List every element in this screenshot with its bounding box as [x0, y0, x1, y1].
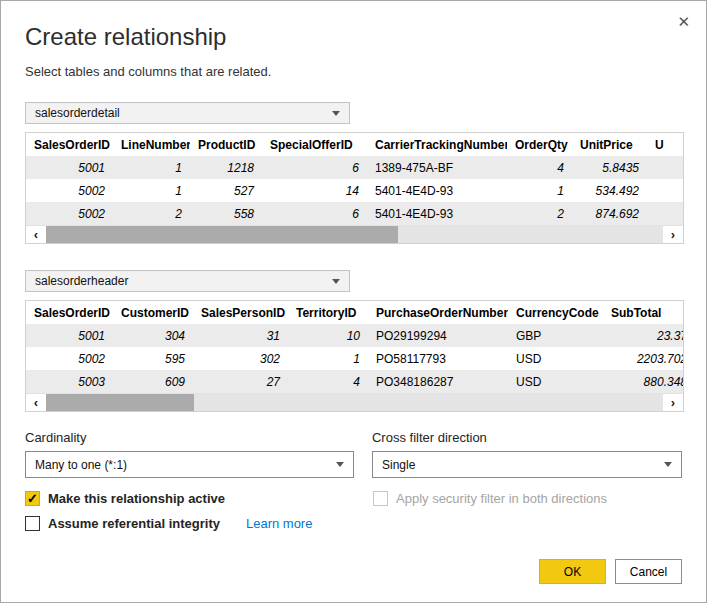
- table-cell[interactable]: 1218: [190, 156, 262, 179]
- chevron-down-icon: [336, 462, 344, 467]
- column-header[interactable]: CustomerID: [113, 301, 193, 324]
- table-cell[interactable]: 5001: [26, 156, 113, 179]
- table-cell[interactable]: [647, 156, 684, 179]
- column-header[interactable]: CarrierTrackingNumber: [367, 133, 507, 156]
- column-header[interactable]: SalesPersonID: [193, 301, 288, 324]
- cardinality-value: Many to one (*:1): [35, 458, 127, 472]
- table-cell[interactable]: 304: [113, 324, 193, 347]
- header-row: SalesOrderIDLineNumberProductIDSpecialOf…: [26, 133, 684, 156]
- dialog-footer: OK Cancel: [539, 559, 682, 584]
- referential-integrity-checkbox[interactable]: [25, 516, 40, 531]
- column-header[interactable]: U: [647, 133, 684, 156]
- scroll-left-icon[interactable]: ‹: [26, 226, 46, 243]
- scrollbar-thumb[interactable]: [46, 394, 194, 411]
- table-cell[interactable]: 5002: [26, 202, 113, 225]
- learn-more-link[interactable]: Learn more: [246, 516, 312, 531]
- column-header[interactable]: OrderQty: [507, 133, 572, 156]
- table-cell[interactable]: [647, 179, 684, 202]
- table-cell[interactable]: PO348186287: [368, 370, 508, 393]
- table-cell[interactable]: 10: [288, 324, 368, 347]
- table-cell[interactable]: 5001: [26, 324, 113, 347]
- table-cell[interactable]: 5002: [26, 179, 113, 202]
- table-row: 50013043110PO29199294GBP23.37: [26, 324, 684, 347]
- table-cell[interactable]: 6: [262, 156, 367, 179]
- security-filter-checkbox: [373, 491, 388, 506]
- cross-filter-dropdown[interactable]: Single: [372, 451, 682, 478]
- table-cell[interactable]: USD: [508, 370, 603, 393]
- table2-selector-dropdown[interactable]: salesorderheader: [25, 270, 350, 292]
- active-relationship-checkbox[interactable]: [25, 491, 40, 506]
- column-header[interactable]: SpecialOfferID: [262, 133, 367, 156]
- table-cell[interactable]: 1: [113, 156, 190, 179]
- cross-filter-label: Cross filter direction: [372, 430, 682, 445]
- table-cell[interactable]: GBP: [508, 324, 603, 347]
- table-cell[interactable]: 5401-4E4D-93: [367, 179, 507, 202]
- table-cell[interactable]: 302: [193, 347, 288, 370]
- security-filter-label: Apply security filter in both directions: [396, 491, 607, 506]
- table1-selector-value: salesorderdetail: [35, 106, 120, 120]
- table2-grid: SalesOrderIDCustomerIDSalesPersonIDTerri…: [26, 301, 684, 393]
- table-cell[interactable]: 2203.702: [603, 347, 684, 370]
- chevron-down-icon: [332, 279, 340, 284]
- chevron-down-icon: [664, 462, 672, 467]
- column-header[interactable]: PurchaseOrderNumber: [368, 301, 508, 324]
- table-cell[interactable]: 1389-475A-BF: [367, 156, 507, 179]
- cross-filter-value: Single: [382, 458, 415, 472]
- table-cell[interactable]: 31: [193, 324, 288, 347]
- close-icon[interactable]: ✕: [671, 9, 696, 35]
- table-cell[interactable]: 27: [193, 370, 288, 393]
- column-header[interactable]: SalesOrderID: [26, 301, 113, 324]
- column-header[interactable]: SubTotal: [603, 301, 684, 324]
- table-cell[interactable]: 874.692: [572, 202, 647, 225]
- table-cell[interactable]: [647, 202, 684, 225]
- table-cell[interactable]: 4: [288, 370, 368, 393]
- column-header[interactable]: SalesOrderID: [26, 133, 113, 156]
- table-cell[interactable]: 2: [507, 202, 572, 225]
- table-cell[interactable]: 609: [113, 370, 193, 393]
- column-header[interactable]: ProductID: [190, 133, 262, 156]
- table-cell[interactable]: 527: [190, 179, 262, 202]
- table-cell[interactable]: 5003: [26, 370, 113, 393]
- table-cell[interactable]: 5002: [26, 347, 113, 370]
- scrollbar-track[interactable]: [46, 394, 663, 411]
- column-header[interactable]: CurrencyCode: [508, 301, 603, 324]
- column-header[interactable]: TerritoryID: [288, 301, 368, 324]
- cardinality-dropdown[interactable]: Many to one (*:1): [25, 451, 354, 478]
- scrollbar-track[interactable]: [46, 226, 663, 243]
- scroll-left-icon[interactable]: ‹: [26, 394, 46, 411]
- column-header[interactable]: UnitPrice: [572, 133, 647, 156]
- table-cell[interactable]: 558: [190, 202, 262, 225]
- table1-grid: SalesOrderIDLineNumberProductIDSpecialOf…: [26, 133, 684, 225]
- table2-preview: SalesOrderIDCustomerIDSalesPersonIDTerri…: [25, 300, 684, 412]
- table-cell[interactable]: 14: [262, 179, 367, 202]
- column-header[interactable]: LineNumber: [113, 133, 190, 156]
- table-cell[interactable]: 5.8435: [572, 156, 647, 179]
- table-cell[interactable]: PO58117793: [368, 347, 508, 370]
- table-cell[interactable]: 4: [507, 156, 572, 179]
- scroll-right-icon[interactable]: ›: [663, 226, 683, 243]
- table-cell[interactable]: 5401-4E4D-93: [367, 202, 507, 225]
- scrollbar-thumb[interactable]: [46, 226, 398, 243]
- ok-button[interactable]: OK: [539, 559, 606, 584]
- table-cell[interactable]: PO29199294: [368, 324, 508, 347]
- dialog-subtitle: Select tables and columns that are relat…: [25, 64, 682, 79]
- table-cell[interactable]: USD: [508, 347, 603, 370]
- cancel-button[interactable]: Cancel: [615, 559, 682, 584]
- table-cell[interactable]: 1: [288, 347, 368, 370]
- table-cell[interactable]: 1: [113, 179, 190, 202]
- table-cell[interactable]: 595: [113, 347, 193, 370]
- table2-scrollbar[interactable]: ‹ ›: [26, 393, 683, 411]
- table-cell[interactable]: 880.348: [603, 370, 684, 393]
- table-row: 5002255865401-4E4D-932874.692: [26, 202, 684, 225]
- table-row: 50021527145401-4E4D-931534.492: [26, 179, 684, 202]
- scroll-right-icon[interactable]: ›: [663, 394, 683, 411]
- active-relationship-label[interactable]: Make this relationship active: [48, 491, 225, 506]
- table-cell[interactable]: 2: [113, 202, 190, 225]
- table1-scrollbar[interactable]: ‹ ›: [26, 225, 683, 243]
- table-cell[interactable]: 1: [507, 179, 572, 202]
- referential-integrity-label[interactable]: Assume referential integrity: [48, 516, 220, 531]
- table1-selector-dropdown[interactable]: salesorderdetail: [25, 102, 350, 124]
- table-cell[interactable]: 23.37: [603, 324, 684, 347]
- table-cell[interactable]: 6: [262, 202, 367, 225]
- table-cell[interactable]: 534.492: [572, 179, 647, 202]
